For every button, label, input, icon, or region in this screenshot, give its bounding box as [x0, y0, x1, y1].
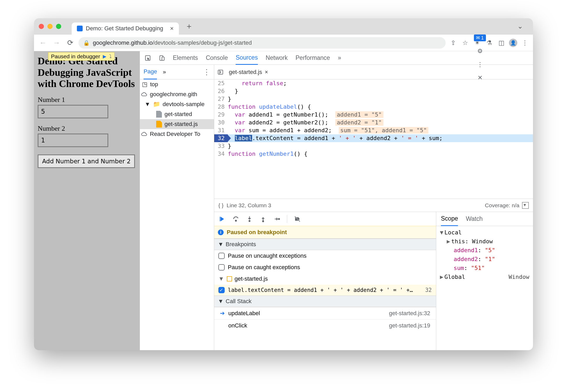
tab-network[interactable]: Network — [266, 54, 288, 61]
navigator-tab-page[interactable]: Page — [144, 65, 157, 79]
svg-point-9 — [279, 218, 280, 219]
reload-button[interactable]: ⟳ — [65, 38, 75, 47]
tab-elements[interactable]: Elements — [173, 54, 198, 61]
resume-icon[interactable]: ▶ — [103, 54, 106, 59]
tree-extension[interactable]: React Developer To — [140, 129, 214, 139]
format-icon[interactable]: { } — [218, 202, 224, 209]
watch-tab[interactable]: Watch — [466, 215, 483, 222]
step-over-button[interactable] — [233, 216, 239, 222]
number2-input[interactable] — [38, 134, 108, 147]
debugger-toolbar — [214, 212, 436, 226]
breakpoint-file-row[interactable]: ▼get-started.js — [214, 273, 436, 285]
scope-variable[interactable]: sum: "51" — [440, 264, 529, 273]
code-line[interactable]: 29 var addend1 = getNumber1(); addend1 =… — [214, 111, 533, 119]
debugger-pane: i Paused on breakpoint ▼Breakpoints Paus… — [214, 212, 436, 350]
tree-top[interactable]: ◳top — [140, 79, 214, 89]
window-close-button[interactable] — [39, 24, 44, 29]
lock-icon: 🔒 — [83, 40, 90, 46]
url-host: googlechrome.github.io — [93, 39, 153, 46]
code-line[interactable]: 26 } — [214, 87, 533, 95]
breakpoint-checkbox[interactable] — [218, 287, 225, 293]
scope-variable[interactable]: addend2: "1" — [440, 255, 529, 264]
tab-close-icon[interactable]: × — [170, 25, 174, 32]
code-line[interactable]: 30 var addend2 = getNumber2(); addend2 =… — [214, 119, 533, 126]
code-line[interactable]: 27} — [214, 95, 533, 103]
number2-label: Number 2 — [38, 125, 136, 132]
step-button[interactable] — [273, 216, 280, 222]
window-minimize-button[interactable] — [47, 24, 53, 29]
number1-input[interactable] — [38, 105, 108, 118]
more-tabs-icon[interactable]: » — [338, 54, 341, 61]
window-titlebar: Demo: Get Started Debugging × ＋ ⌄ — [34, 18, 533, 34]
step-over-icon[interactable]: ⤵ — [109, 54, 112, 60]
tabs-chevron-icon[interactable]: ⌄ — [517, 22, 523, 30]
scope-global[interactable]: ▶GlobalWindow — [440, 273, 529, 281]
browser-tab[interactable]: Demo: Get Started Debugging × — [72, 22, 179, 34]
step-into-button[interactable] — [246, 216, 253, 222]
navigator-tab-more[interactable]: » — [163, 69, 166, 76]
device-toggle-icon[interactable] — [159, 55, 165, 61]
coverage-label: Coverage: n/a — [485, 202, 519, 209]
navigator-kebab-icon[interactable]: ⋮ — [203, 68, 210, 76]
cursor-position: Line 32, Column 3 — [227, 202, 271, 209]
svg-point-8 — [263, 221, 264, 222]
add-button[interactable]: Add Number 1 and Number 2 — [38, 154, 135, 168]
checkbox-uncaught[interactable] — [218, 253, 225, 259]
tree-domain[interactable]: googlechrome.gith — [140, 89, 214, 99]
code-line[interactable]: 31 var sum = addend1 + addend2; sum = "5… — [214, 126, 533, 134]
breakpoints-section[interactable]: ▼Breakpoints — [214, 239, 436, 250]
pause-uncaught-row[interactable]: Pause on uncaught exceptions — [214, 250, 436, 262]
tree-file-js[interactable]: get-started.js — [140, 119, 214, 129]
number1-label: Number 1 — [38, 96, 136, 104]
inspect-icon[interactable] — [145, 55, 151, 61]
editor-tabs: get-started.js × — [214, 65, 533, 79]
coverage-dropdown-icon[interactable] — [522, 202, 529, 209]
tree-folder[interactable]: ▼📁devtools-sample — [140, 99, 214, 109]
paused-overlay-text: Paused in debugger — [51, 53, 100, 60]
editor-status-bar: { } Line 32, Column 3 Coverage: n/a — [214, 199, 533, 212]
tab-favicon — [77, 26, 83, 31]
window-maximize-button[interactable] — [56, 24, 61, 29]
code-line[interactable]: 33} — [214, 142, 533, 150]
code-line[interactable]: 34function getNumber1() { — [214, 150, 533, 158]
scope-this[interactable]: ▶this: Window — [440, 237, 529, 246]
svg-rect-2 — [162, 57, 164, 60]
call-stack-row[interactable]: onClickget-started.js:19 — [214, 319, 436, 332]
scope-variable[interactable]: addend1: "5" — [440, 246, 529, 255]
call-stack-section[interactable]: ▼Call Stack — [214, 296, 436, 307]
scope-tab[interactable]: Scope — [441, 212, 458, 226]
paused-message: i Paused on breakpoint — [214, 226, 436, 239]
code-line[interactable]: 28function updateLabel() { — [214, 103, 533, 111]
devtools-panel: Elements Console Sources Network Perform… — [140, 51, 533, 350]
tree-file-html[interactable]: get-started — [140, 109, 214, 119]
call-stack-row[interactable]: ➔updateLabelget-started.js:32 — [214, 307, 436, 319]
step-out-button[interactable] — [260, 216, 267, 222]
svg-point-7 — [249, 220, 250, 221]
code-line[interactable]: 32 label.textContent = addend1 + ' + ' +… — [214, 134, 533, 142]
scope-local[interactable]: ▼Local — [440, 228, 529, 237]
messages-badge[interactable]: ✉ 1 — [474, 34, 486, 41]
svg-rect-5 — [220, 217, 220, 221]
url-path: /devtools-samples/debug-js/get-started — [153, 39, 252, 46]
tab-sources[interactable]: Sources — [236, 51, 258, 65]
editor-tab-file[interactable]: get-started.js × — [229, 69, 268, 76]
settings-icon[interactable]: ⚙ — [477, 48, 483, 55]
back-button[interactable]: ← — [38, 39, 48, 47]
code-line[interactable]: 25 return false; — [214, 79, 533, 87]
tab-console[interactable]: Console — [206, 54, 228, 61]
url-input[interactable]: 🔒 googlechrome.github.io/devtools-sample… — [78, 37, 446, 49]
pause-caught-row[interactable]: Pause on caught exceptions — [214, 262, 436, 273]
code-editor[interactable]: 25 return false;26 }27}28function update… — [214, 79, 533, 199]
toggle-navigator-icon[interactable] — [217, 69, 224, 75]
tab-performance[interactable]: Performance — [296, 54, 330, 61]
info-icon: i — [218, 229, 224, 235]
forward-button[interactable]: → — [51, 39, 62, 47]
breakpoint-row[interactable]: label.textContent = addend1 + ' + ' + ad… — [214, 285, 436, 296]
deactivate-breakpoints-button[interactable] — [294, 216, 301, 222]
checkbox-caught[interactable] — [218, 264, 225, 270]
editor-tab-close-icon[interactable]: × — [265, 69, 268, 76]
scope-pane: Scope Watch ▼Local ▶this: Window addend1… — [436, 212, 533, 350]
new-tab-button[interactable]: ＋ — [185, 21, 193, 32]
resume-button[interactable] — [219, 216, 226, 222]
rendered-page: Paused in debugger ▶ ⤵ Demo: Get Started… — [34, 51, 140, 350]
